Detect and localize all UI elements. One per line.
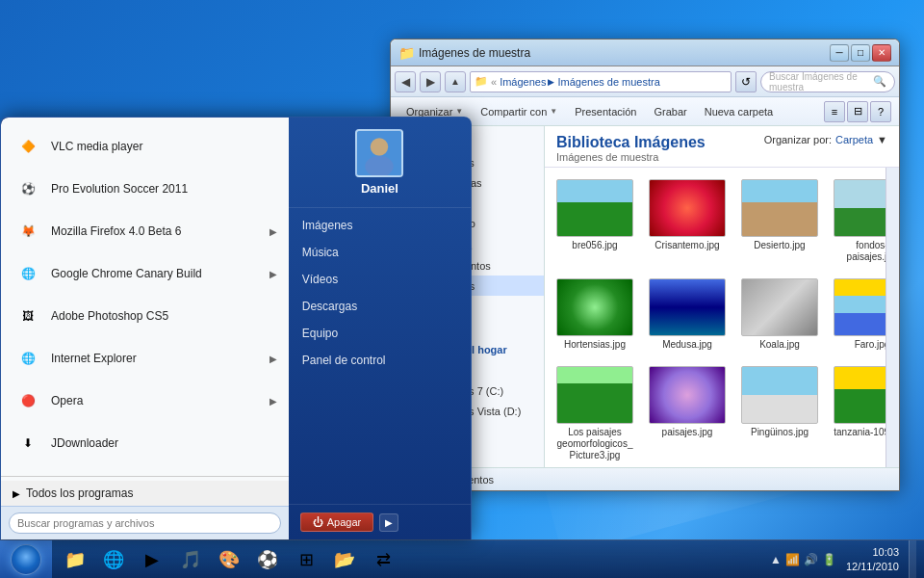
- thumbnail-pinguinos[interactable]: Pingüinos.jpg: [737, 362, 822, 465]
- tray-arrow-icon[interactable]: ▲: [770, 553, 782, 566]
- start-item-opera[interactable]: 🔴 Opera ▶: [1, 380, 289, 422]
- view-preview-button[interactable]: ⊟: [847, 101, 868, 122]
- address-icon: 📁: [475, 75, 488, 88]
- taskbar-icon-folder2[interactable]: 📂: [325, 540, 364, 579]
- start-separator: [1, 476, 289, 477]
- taskbar-icon-chrome[interactable]: 🌐: [94, 540, 133, 579]
- address-sample-label[interactable]: Imágenes de muestra: [557, 76, 659, 88]
- taskbar-icons: 📁🌐▶🎵🎨⚽⊞📂⇄: [52, 540, 406, 578]
- thumbnail-desierto[interactable]: Desierto.jpg: [737, 175, 822, 267]
- desierto-label: Desierto.jpg: [754, 240, 805, 251]
- thumbnail-paisajes[interactable]: paisajes.jpg: [645, 362, 730, 465]
- address-arrow-1: ▶: [548, 77, 554, 87]
- start-item-vlc[interactable]: 🔶 VLC media player: [1, 125, 289, 168]
- burn-button[interactable]: Grabar: [646, 100, 694, 123]
- search-input[interactable]: [9, 512, 281, 534]
- all-programs-button[interactable]: ▶ Todos los programas: [1, 481, 289, 506]
- start-item-pes[interactable]: ⚽ Pro Evolution Soccer 2011: [1, 168, 289, 210]
- thumbnail-crisantemo[interactable]: Crisantemo.jpg: [645, 175, 730, 267]
- koala-image: [741, 278, 818, 336]
- thumbnail-medusa[interactable]: Medusa.jpg: [645, 275, 730, 355]
- organize-by-label: Organizar por:: [764, 134, 832, 145]
- start-button[interactable]: [0, 540, 52, 579]
- thumbnail-fondos-paisajes[interactable]: fondos-paisajes.jpg: [830, 175, 886, 267]
- start-menu-right: Daniel ImágenesMúsicaVídeosDescargasEqui…: [289, 118, 471, 539]
- musica-label: Música: [302, 246, 339, 259]
- right-item-musica[interactable]: Música: [289, 239, 471, 266]
- paisajes-label: paisajes.jpg: [662, 427, 713, 438]
- jdownloader-icon: ⬇: [13, 428, 43, 459]
- thumbnail-koala[interactable]: Koala.jpg: [737, 275, 822, 355]
- taskbar-icon-tiles[interactable]: ⊞: [287, 540, 325, 579]
- view-details-button[interactable]: ≡: [824, 101, 845, 122]
- shutdown-button[interactable]: ⏻ Apagar: [300, 512, 373, 532]
- spotify-icon: 🎵: [179, 548, 202, 571]
- clock[interactable]: 10:03 12/11/2010: [842, 545, 903, 573]
- close-button[interactable]: ✕: [872, 44, 891, 62]
- show-desktop-button[interactable]: [909, 540, 916, 579]
- address-images-label[interactable]: Imágenes: [500, 76, 546, 88]
- back-button[interactable]: ◀: [395, 71, 416, 92]
- explorer-content: Biblioteca Imágenes Imágenes de muestra …: [545, 126, 899, 467]
- start-item-photoshop[interactable]: 🖼 Adobe Photoshop CS5: [1, 295, 289, 337]
- start-item-firefox[interactable]: 🦊 Mozilla Firefox 4.0 Beta 6 ▶: [1, 210, 289, 252]
- paint-icon: 🎨: [218, 548, 241, 571]
- start-item-chrome[interactable]: 🌐 Google Chrome Canary Build ▶: [1, 252, 289, 295]
- opera-arrow: ▶: [270, 396, 277, 407]
- tray-battery-icon[interactable]: 🔋: [822, 553, 836, 566]
- thumbnail-paisajes-geomorfologicos[interactable]: Los paisajes geomorfologicos_Picture3.jp…: [552, 362, 637, 465]
- taskbar-icon-transfer[interactable]: ⇄: [364, 540, 402, 579]
- firefox-arrow: ▶: [270, 226, 277, 237]
- thumbnail-bre056[interactable]: bre056.jpg: [552, 175, 637, 267]
- taskbar-icon-pes2[interactable]: ⚽: [248, 540, 287, 579]
- taskbar-icon-media[interactable]: ▶: [133, 540, 171, 579]
- start-item-ie[interactable]: 🌐 Internet Explorer ▶: [1, 337, 289, 380]
- chrome-arrow: ▶: [270, 269, 277, 279]
- address-bar[interactable]: 📁 « Imágenes ▶ Imágenes de muestra: [470, 71, 732, 92]
- refresh-button[interactable]: ↺: [735, 71, 757, 92]
- right-item-descargas[interactable]: Descargas: [289, 293, 471, 320]
- clock-time: 10:03: [846, 545, 899, 559]
- view-buttons: ≡ ⊟ ?: [824, 101, 891, 122]
- start-item-jdownloader[interactable]: ⬇ JDownloader: [1, 422, 289, 464]
- right-item-panel[interactable]: Panel de control: [289, 347, 471, 374]
- scrollbar[interactable]: [886, 168, 899, 467]
- organize-label: Organizar: [406, 106, 452, 118]
- taskbar-icon-spotify[interactable]: 🎵: [171, 540, 210, 579]
- bre056-label: bre056.jpg: [572, 240, 617, 251]
- user-avatar: [355, 129, 403, 177]
- tray-network-icon[interactable]: 📶: [785, 553, 800, 566]
- maximize-button[interactable]: □: [851, 44, 870, 62]
- content-title: Biblioteca Imágenes: [556, 134, 706, 151]
- right-item-videos[interactable]: Vídeos: [289, 266, 471, 293]
- minimize-button[interactable]: ─: [830, 44, 849, 62]
- up-button[interactable]: ▲: [445, 71, 466, 92]
- right-items: ImágenesMúsicaVídeosDescargasEquipoPanel…: [289, 208, 471, 504]
- tray-volume-icon[interactable]: 🔊: [804, 553, 818, 566]
- new-folder-button[interactable]: Nueva carpeta: [697, 100, 782, 123]
- share-button[interactable]: Compartir con ▼: [473, 100, 565, 123]
- view-help-button[interactable]: ?: [870, 101, 891, 122]
- thumbnail-faro[interactable]: Faro.jpg: [830, 275, 886, 355]
- right-item-equipo[interactable]: Equipo: [289, 320, 471, 347]
- right-item-imagenes[interactable]: Imágenes: [289, 212, 471, 239]
- shutdown-arrow-button[interactable]: ▶: [379, 513, 398, 532]
- taskbar-icon-paint[interactable]: 🎨: [210, 540, 248, 579]
- presentation-button[interactable]: Presentación: [567, 100, 644, 123]
- start-menu-left: 🔶 VLC media player ⚽ Pro Evolution Socce…: [1, 118, 289, 539]
- pes-icon: ⚽: [13, 173, 43, 204]
- thumbnail-hortensias[interactable]: Hortensias.jpg: [552, 275, 637, 355]
- search-icon: 🔍: [873, 75, 886, 88]
- start-search: [1, 506, 289, 539]
- tanzania-label: tanzania-1098.jpg: [834, 427, 886, 438]
- thumbnail-tanzania[interactable]: tanzania-1098.jpg: [830, 362, 886, 465]
- all-programs-arrow: ▶: [13, 488, 20, 499]
- forward-button[interactable]: ▶: [420, 71, 441, 92]
- address-segment-1: Imágenes ▶: [500, 76, 554, 88]
- organize-chevron: ▼: [455, 107, 463, 116]
- paisajes-geomorfologicos-image: [556, 366, 633, 424]
- photoshop-icon: 🖼: [13, 301, 43, 331]
- organize-by-value[interactable]: Carpeta: [835, 134, 873, 145]
- search-bar[interactable]: Buscar Imágenes de muestra 🔍: [760, 71, 895, 92]
- taskbar-icon-explorer[interactable]: 📁: [56, 540, 94, 579]
